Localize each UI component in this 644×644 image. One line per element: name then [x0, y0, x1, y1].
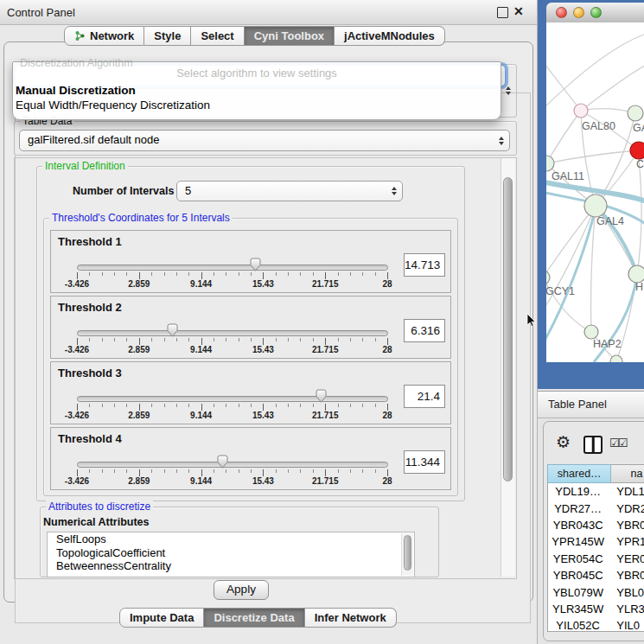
cell-shared-name: YBR045C — [548, 569, 608, 582]
zoom-traffic-light-icon[interactable] — [590, 7, 602, 18]
scale-label: 2.859 — [128, 345, 150, 354]
network-edge[interactable] — [546, 111, 581, 163]
algorithm-dropdown-popup: Select algorithm to view settings Manual… — [12, 61, 501, 120]
network-node[interactable] — [628, 105, 643, 121]
attribute-item-selfloops[interactable]: SelfLoops — [48, 532, 414, 546]
attributes-scrollbar-thumb[interactable] — [404, 535, 411, 571]
node-label: GAL11 — [552, 170, 584, 182]
network-node[interactable] — [630, 142, 644, 159]
table-row[interactable]: YBR043CYBR0 — [548, 517, 644, 533]
algorithm-option-manual-discretization[interactable]: Manual Discretization — [13, 83, 501, 98]
network-edge[interactable] — [581, 64, 644, 111]
table-row[interactable]: YIL052CYIL0 — [548, 617, 644, 632]
tab-network[interactable]: Network — [64, 26, 144, 46]
slider-track[interactable] — [77, 265, 388, 271]
tab-impute-data[interactable]: Impute Data — [119, 608, 204, 628]
tab-jactivemnodules[interactable]: jActiveMNodules — [335, 26, 445, 46]
network-edge[interactable] — [637, 159, 641, 274]
slider-thumb[interactable] — [166, 323, 179, 338]
node-label: GCY1 — [546, 285, 575, 297]
scale-label: 15.43 — [252, 411, 274, 420]
numerical-attributes-list[interactable]: SelfLoopsTopologicalCoefficientBetweenne… — [47, 532, 415, 577]
tab-infer-network[interactable]: Infer Network — [305, 608, 397, 628]
threshold-value-field[interactable]: 11.344 — [404, 450, 445, 474]
attributes-group-label: Attributes to discretize — [46, 501, 153, 513]
close-traffic-light-icon[interactable] — [556, 7, 567, 18]
table-row[interactable]: YER054CYER0 — [548, 551, 644, 567]
attribute-item-betweennesscentrality[interactable]: BetweennessCentrality — [48, 559, 414, 573]
gear-icon[interactable]: ⚙ — [556, 432, 571, 452]
slider-thumb[interactable] — [216, 455, 229, 469]
network-edge[interactable] — [546, 150, 639, 163]
slider-track[interactable] — [77, 462, 388, 468]
scale-label: -3.426 — [65, 345, 89, 354]
table-row[interactable]: YBL079WYBL0 — [548, 583, 644, 600]
table-header-row: shared… na — [547, 464, 644, 483]
network-edge[interactable] — [546, 33, 644, 105]
number-of-intervals-label: Number of Intervals — [73, 185, 174, 197]
scale-label: 2.859 — [128, 476, 150, 486]
cell-name: YPR1 — [608, 535, 644, 548]
network-canvas[interactable]: GAL80GAGAL11CGAL4GCY1HHAP2 — [546, 22, 644, 362]
table-body: YDL19…YDL1YDR27…YDR2YBR043CYBR0YPR145WYP… — [547, 483, 644, 632]
cyni-bottom-tabs: Impute DataDiscretize DataInfer Network — [119, 608, 397, 628]
vertical-scrollbar-thumb[interactable] — [503, 177, 513, 481]
network-node[interactable] — [546, 156, 554, 171]
table-row[interactable]: YDL19…YDL1 — [548, 483, 644, 500]
table-row[interactable]: YDR27…YDR2 — [548, 500, 644, 516]
node-label: HAP2 — [593, 338, 622, 350]
network-node[interactable] — [574, 104, 588, 118]
spinner-stepper-icon — [392, 187, 397, 195]
network-node[interactable] — [610, 355, 622, 362]
algorithm-option-equal-width-frequency-discretization[interactable]: Equal Width/Frequency Discretization — [13, 98, 501, 112]
column-header-shared-name[interactable]: shared… — [547, 464, 611, 483]
node-label: C — [636, 158, 644, 170]
float-window-icon[interactable] — [497, 7, 508, 18]
node-label: GA — [633, 122, 644, 134]
slider-thumb[interactable] — [249, 258, 262, 272]
tab-select[interactable]: Select — [191, 26, 244, 46]
tab-cyni-toolbox[interactable]: Cyni Toolbox — [245, 26, 335, 46]
slider-track[interactable] — [77, 330, 388, 336]
tab-discretize-data[interactable]: Discretize Data — [204, 608, 304, 628]
vertical-scrollbar[interactable] — [501, 158, 515, 577]
scale-label: 15.43 — [252, 279, 274, 289]
select-columns-checkboxes-icon[interactable]: ☑☑ — [609, 437, 626, 450]
apply-button[interactable]: Apply — [214, 580, 269, 600]
table-panel-title: Table Panel — [548, 398, 607, 411]
minimize-traffic-light-icon[interactable] — [573, 7, 584, 18]
threshold-value-field[interactable]: 6.316 — [404, 319, 445, 342]
slider-track[interactable] — [77, 396, 388, 402]
slider-ticks — [77, 469, 387, 476]
threshold-value-field[interactable]: 21.4 — [404, 385, 445, 408]
number-of-intervals-spinner[interactable]: 5 — [176, 181, 403, 201]
network-edge[interactable] — [546, 57, 581, 111]
tab-label: Cyni Toolbox — [254, 29, 324, 42]
table-row[interactable]: YLR345WYLR3 — [548, 601, 644, 617]
cell-shared-name: YBL079W — [548, 586, 608, 599]
scale-label: 9.144 — [190, 345, 212, 354]
table-row[interactable]: YPR145WYPR1 — [548, 533, 644, 550]
tab-label: Impute Data — [130, 611, 194, 624]
split-view-icon[interactable] — [583, 436, 603, 454]
algorithm-options-list: Manual DiscretizationEqual Width/Frequen… — [13, 83, 501, 112]
column-header-name[interactable]: na — [611, 464, 644, 483]
threshold-value-field[interactable]: 14.713 — [404, 253, 445, 277]
network-node[interactable] — [546, 271, 550, 284]
tab-style[interactable]: Style — [144, 26, 191, 46]
network-node[interactable] — [584, 194, 607, 217]
attribute-item-topologicalcoefficient[interactable]: TopologicalCoefficient — [48, 546, 414, 560]
scale-label: 28 — [382, 411, 392, 420]
threshold-label: Threshold 2 — [58, 301, 122, 314]
table-row[interactable]: YBR045CYBR0 — [548, 567, 644, 583]
network-node[interactable] — [628, 265, 644, 283]
attributes-scrollbar[interactable] — [401, 533, 413, 576]
network-edge[interactable] — [546, 206, 596, 277]
network-edge[interactable] — [546, 206, 596, 321]
slider-thumb[interactable] — [315, 389, 328, 404]
close-icon[interactable]: ✕ — [513, 4, 524, 18]
network-node[interactable] — [584, 325, 598, 339]
tab-label: Network — [90, 29, 134, 42]
table-data-combobox[interactable]: galFiltered.sif default node — [19, 130, 510, 151]
mouse-cursor — [526, 314, 536, 327]
